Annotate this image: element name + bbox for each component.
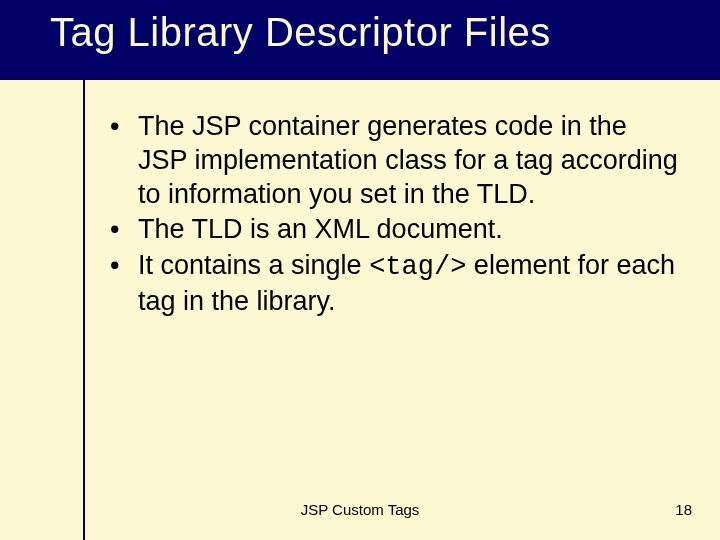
slide-title: Tag Library Descriptor Files [50, 10, 551, 55]
bullet-text: The JSP container generates code in the … [138, 111, 678, 209]
title-bar: Tag Library Descriptor Files [0, 0, 720, 80]
bullet-text: It contains a single [138, 250, 369, 280]
footer-label: JSP Custom Tags [0, 501, 720, 518]
slide: Tag Library Descriptor Files The JSP con… [0, 0, 720, 540]
content-area: The JSP container generates code in the … [110, 110, 680, 321]
bullet-list: The JSP container generates code in the … [110, 110, 680, 319]
accent-line [83, 80, 85, 540]
page-number: 18 [675, 501, 692, 518]
bullet-text: The TLD is an XML document. [138, 214, 503, 244]
list-item: It contains a single <tag/> element for … [110, 249, 680, 319]
code-fragment: <tag/> [369, 252, 466, 282]
list-item: The TLD is an XML document. [110, 213, 680, 247]
list-item: The JSP container generates code in the … [110, 110, 680, 211]
